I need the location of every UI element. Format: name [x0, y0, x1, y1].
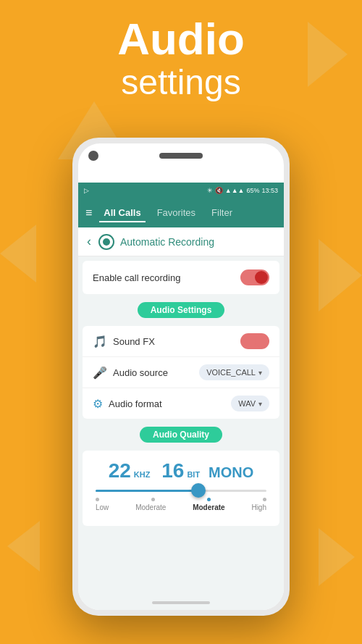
title-line1: Audio	[0, 14, 362, 64]
status-left: ▷	[84, 187, 91, 194]
back-header: ‹ Automatic Recording	[78, 227, 284, 256]
khz-unit: KHZ	[134, 470, 151, 479]
slider-label-moderate2: Moderate	[193, 503, 224, 511]
audio-source-left: 🎤 Audio source	[93, 366, 168, 380]
enable-recording-toggle[interactable]	[240, 269, 269, 285]
bluetooth-icon: ✳	[207, 187, 213, 194]
deco-triangle-bottom-right	[319, 528, 355, 586]
phone-camera	[88, 151, 98, 161]
nav-bar: ≡ All Calls Favorites Filter	[78, 198, 284, 227]
time-display: 13:53	[261, 187, 278, 194]
audio-settings-label: Audio Settings	[138, 302, 225, 318]
phone-speaker	[159, 153, 203, 159]
page-title: Automatic Recording	[120, 236, 214, 248]
sound-fx-row: 🎵 Sound FX	[83, 326, 279, 357]
audio-format-icon: ⚙	[93, 397, 103, 411]
battery-level: 65%	[246, 187, 259, 194]
status-right: ✳ 🔇 ▲▲▲ 65% 13:53	[207, 187, 278, 194]
slider-dot-1	[96, 498, 99, 501]
deco-triangle-bottom-left	[7, 521, 40, 572]
slider-labels: Low Moderate Moderate High	[96, 503, 266, 511]
slider-label-moderate1: Moderate	[135, 503, 166, 511]
audio-settings-section: Audio Settings	[78, 298, 284, 322]
bit-number: 16	[161, 459, 184, 482]
deco-triangle-mid-right	[319, 239, 362, 311]
sound-fx-label: Sound FX	[113, 336, 155, 347]
audio-source-icon: 🎤	[93, 366, 107, 380]
home-bar	[152, 601, 210, 604]
audio-format-row: ⚙ Audio format WAV ▾	[83, 388, 279, 419]
audio-source-row: 🎤 Audio source VOICE_CALL ▾	[83, 357, 279, 388]
sound-fx-icon: 🎵	[93, 335, 107, 348]
phone-screen: ▷ ✳ 🔇 ▲▲▲ 65% 13:53 ≡ All Calls Favorite…	[78, 143, 284, 610]
quality-display: 22 KHZ 16 BIT MONO	[93, 459, 269, 482]
enable-recording-label: Enable call recording	[93, 272, 180, 283]
mono-label: MONO	[209, 464, 253, 481]
slider-label-low: Low	[96, 503, 109, 511]
bit-unit: BIT	[187, 470, 200, 479]
deco-triangle-mid-left	[0, 225, 36, 283]
recording-dot	[103, 238, 110, 246]
audio-quality-label: Audio Quality	[140, 427, 222, 443]
quality-slider-container: Low Moderate Moderate High	[96, 490, 266, 511]
phone-frame: ▷ ✳ 🔇 ▲▲▲ 65% 13:53 ≡ All Calls Favorite…	[72, 138, 290, 616]
audio-source-arrow: ▾	[258, 369, 262, 377]
audio-format-left: ⚙ Audio format	[93, 397, 162, 411]
slider-dots	[96, 498, 266, 501]
slider-fill	[96, 490, 198, 492]
enable-recording-row: Enable call recording	[83, 261, 279, 294]
tab-filter[interactable]: Filter	[207, 204, 237, 222]
slider-track	[96, 490, 266, 492]
tab-all-calls[interactable]: All Calls	[99, 204, 145, 222]
toggle-knob	[255, 271, 268, 284]
status-bar: ▷ ✳ 🔇 ▲▲▲ 65% 13:53	[78, 183, 284, 198]
audio-format-label: Audio format	[109, 398, 162, 409]
sound-fx-left: 🎵 Sound FX	[93, 335, 155, 348]
audio-format-arrow: ▾	[258, 400, 262, 408]
audio-settings-card: 🎵 Sound FX 🎤 Audio source VOICE_CALL	[83, 326, 279, 419]
slider-dot-2	[151, 498, 155, 501]
tab-favorites[interactable]: Favorites	[153, 204, 200, 222]
content-area: ‹ Automatic Recording Enable call record…	[78, 227, 284, 610]
nav-tabs: All Calls Favorites Filter	[99, 204, 237, 222]
sound-fx-toggle[interactable]	[240, 333, 269, 349]
title-area: Audio settings	[0, 14, 362, 102]
audio-format-dropdown[interactable]: WAV ▾	[231, 396, 269, 411]
audio-source-value: VOICE_CALL	[206, 368, 256, 377]
signal-icon: ▲▲▲	[225, 187, 245, 194]
enable-recording-card: Enable call recording	[83, 261, 279, 294]
title-line2: settings	[0, 64, 362, 102]
audio-source-dropdown[interactable]: VOICE_CALL ▾	[199, 364, 269, 380]
audio-quality-card: 22 KHZ 16 BIT MONO	[83, 451, 279, 526]
mute-icon: 🔇	[215, 187, 223, 194]
audio-format-value: WAV	[238, 399, 256, 408]
recording-icon	[98, 234, 114, 250]
khz-value: 22	[109, 459, 131, 482]
sound-fx-knob	[255, 335, 268, 348]
slider-dot-4	[263, 498, 266, 501]
bit-value	[153, 459, 159, 482]
slider-thumb[interactable]	[191, 483, 206, 498]
slider-label-high: High	[251, 503, 266, 511]
back-button[interactable]: ‹	[87, 234, 91, 249]
quality-numbers: 22 KHZ 16 BIT MONO	[93, 459, 269, 482]
menu-icon[interactable]: ≡	[85, 206, 92, 219]
slider-dot-3	[207, 498, 211, 501]
app-icon: ▷	[84, 187, 89, 194]
audio-quality-section: Audio Quality	[78, 423, 284, 446]
audio-source-label: Audio source	[113, 367, 168, 378]
